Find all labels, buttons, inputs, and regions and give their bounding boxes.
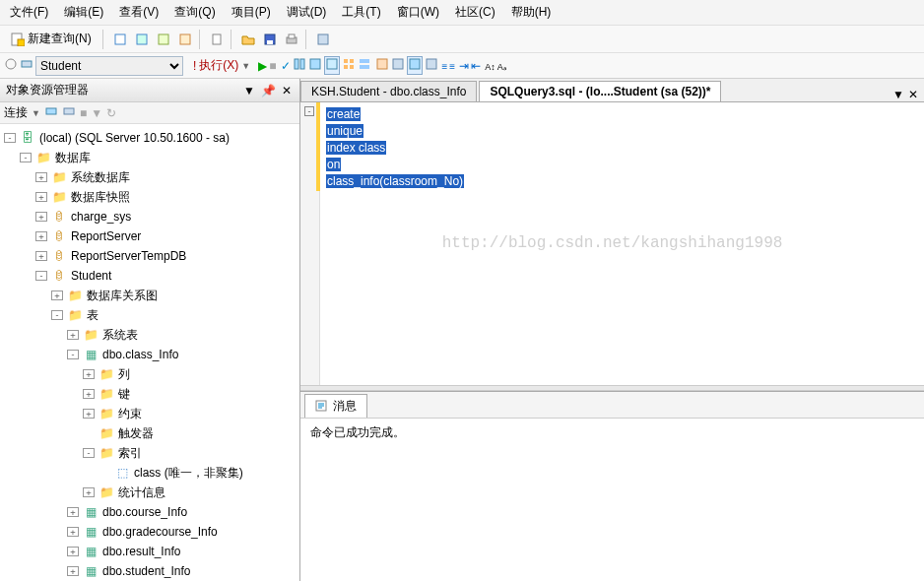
tab-classinfo[interactable]: KSH.Student - dbo.class_Info (300, 81, 477, 101)
oe-btn-3[interactable]: ■ (80, 106, 87, 120)
toolbar-btn-5[interactable] (207, 30, 227, 49)
database-icon: 🛢 (51, 209, 67, 225)
menu-window[interactable]: 窗口(W) (391, 2, 445, 23)
t2-btn-n[interactable]: Aₐ (497, 59, 507, 73)
menu-query[interactable]: 查询(Q) (168, 2, 221, 23)
toolbar-btn-8[interactable] (313, 30, 333, 49)
t2-btn-a[interactable] (293, 57, 306, 74)
new-query-button[interactable]: 新建查询(N) (4, 28, 99, 50)
tree-courseinfo[interactable]: +▦dbo.course_Info (0, 502, 299, 522)
t2-btn-c[interactable] (324, 56, 340, 75)
tree-chargesys[interactable]: +🛢charge_sys (0, 207, 299, 226)
folder-icon: 📁 (99, 406, 114, 421)
folder-icon: 📁 (67, 288, 83, 303)
change-indicator (316, 102, 320, 191)
t2-btn-b[interactable] (308, 57, 322, 74)
tree-studentinfo[interactable]: +▦dbo.student_Info (0, 561, 299, 581)
editor-content[interactable]: create unique index class on class_info(… (300, 102, 924, 194)
close-icon[interactable]: ✕ (280, 84, 294, 97)
tree-tables[interactable]: -📁表 (0, 305, 299, 325)
t2-btn-m[interactable]: A↕ (485, 59, 495, 73)
toolbar2-btn-2[interactable] (20, 57, 33, 74)
database-icon: 🛢 (51, 268, 67, 284)
tree-gradecourse[interactable]: +▦dbo.gradecourse_Info (0, 522, 299, 542)
comment-button[interactable]: ≡ (442, 59, 448, 73)
svg-rect-18 (344, 59, 348, 63)
check-button[interactable]: ✓ (281, 59, 291, 73)
dropdown-icon[interactable]: ▼ (241, 84, 257, 97)
fold-toggle[interactable]: - (304, 106, 314, 116)
tree-classinfo[interactable]: -▦dbo.class_Info (0, 345, 299, 364)
menu-bar: 文件(F) 编辑(E) 查看(V) 查询(Q) 项目(P) 调试(D) 工具(T… (0, 0, 924, 26)
menu-edit[interactable]: 编辑(E) (58, 2, 109, 23)
indent-button[interactable]: ⇥ (459, 59, 469, 73)
oe-btn-2[interactable] (62, 104, 76, 121)
pin-icon[interactable]: 📌 (259, 84, 278, 97)
filter-icon[interactable]: ▼ (91, 106, 102, 120)
server-icon: 🗄 (20, 130, 35, 146)
tree-class-index[interactable]: ⬚class (唯一，非聚集) (0, 463, 299, 483)
toolbar-btn-4[interactable] (175, 30, 195, 49)
outdent-button[interactable]: ⇤ (471, 59, 481, 73)
t2-btn-g[interactable] (391, 57, 405, 74)
open-button[interactable] (238, 30, 258, 49)
tree-server[interactable]: -🗄(local) (SQL Server 10.50.1600 - sa) (0, 128, 299, 148)
tree-stats[interactable]: +📁统计信息 (0, 483, 299, 502)
oe-btn-1[interactable] (44, 104, 58, 121)
refresh-icon[interactable]: ↻ (106, 106, 116, 120)
tree-snapshot[interactable]: +📁数据库快照 (0, 187, 299, 207)
debug-play-button[interactable]: ▶ (258, 59, 267, 73)
toolbar-btn-1[interactable] (110, 30, 130, 49)
tree-keys[interactable]: +📁键 (0, 384, 299, 404)
t2-btn-f[interactable] (375, 57, 389, 74)
tab-close-icon[interactable]: ✕ (908, 88, 918, 101)
tree-columns[interactable]: +📁列 (0, 364, 299, 384)
tree-databases[interactable]: -📁数据库 (0, 148, 299, 167)
uncomment-button[interactable]: ≡ (449, 59, 455, 73)
messages-tab[interactable]: 消息 (304, 394, 367, 418)
svg-rect-11 (318, 34, 328, 44)
menu-help[interactable]: 帮助(H) (505, 2, 558, 23)
t2-btn-d[interactable] (342, 57, 356, 74)
menu-view[interactable]: 查看(V) (113, 2, 165, 23)
database-select[interactable]: Student (35, 56, 183, 76)
t2-btn-i[interactable] (425, 57, 438, 74)
print-button[interactable] (282, 30, 301, 49)
svg-rect-3 (137, 34, 147, 44)
t2-btn-e[interactable] (358, 57, 371, 74)
svg-rect-28 (46, 108, 56, 114)
object-tree[interactable]: -🗄(local) (SQL Server 10.50.1600 - sa) -… (0, 124, 299, 581)
stop-button[interactable]: ■ (269, 59, 276, 73)
t2-btn-h[interactable] (407, 56, 423, 75)
svg-rect-29 (64, 108, 74, 114)
tree-systables[interactable]: +📁系统表 (0, 325, 299, 345)
connect-label[interactable]: 连接 (4, 104, 28, 121)
tree-resultinfo[interactable]: +▦dbo.result_Info (0, 542, 299, 561)
folder-icon: 📁 (51, 169, 67, 185)
tree-triggers[interactable]: 📁触发器 (0, 423, 299, 443)
sql-editor[interactable]: - create unique index class on class_inf… (300, 102, 924, 385)
toolbar-btn-3[interactable] (154, 30, 173, 49)
menu-file[interactable]: 文件(F) (4, 2, 54, 23)
tab-sqlquery3[interactable]: SQLQuery3.sql - (lo....Student (sa (52))… (479, 81, 721, 101)
tab-dropdown-icon[interactable]: ▼ (892, 88, 904, 101)
tree-constraints[interactable]: +📁约束 (0, 404, 299, 423)
tree-reportserver[interactable]: +🛢ReportServer (0, 226, 299, 246)
tree-diagram[interactable]: +📁数据库关系图 (0, 286, 299, 305)
menu-community[interactable]: 社区(C) (449, 2, 501, 23)
menu-tools[interactable]: 工具(T) (336, 2, 386, 23)
menu-debug[interactable]: 调试(D) (281, 2, 333, 23)
menu-project[interactable]: 项目(P) (226, 2, 277, 23)
database-icon: 🛢 (51, 228, 67, 244)
toolbar2-btn-1[interactable] (4, 57, 18, 74)
tree-indexes[interactable]: -📁索引 (0, 443, 299, 463)
tree-sysdb[interactable]: +📁系统数据库 (0, 167, 299, 187)
output-body[interactable]: 命令已成功完成。 (300, 419, 924, 581)
toolbar-btn-2[interactable] (132, 30, 152, 49)
execute-button[interactable]: ! 执行(X) ▼ (187, 55, 256, 76)
object-explorer: 对象资源管理器 ▼ 📌 ✕ 连接 ▼ ■ ▼ ↻ -🗄(local) (SQL … (0, 79, 300, 581)
tree-student-db[interactable]: -🛢Student (0, 266, 299, 286)
svg-rect-22 (360, 59, 369, 63)
tree-reportservertemp[interactable]: +🛢ReportServerTempDB (0, 246, 299, 266)
save-button[interactable] (260, 30, 280, 49)
